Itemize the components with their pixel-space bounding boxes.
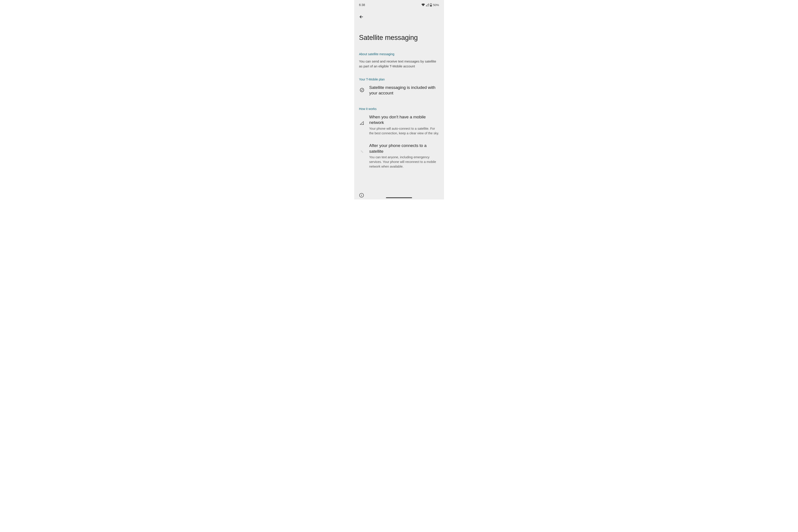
- bottom-bar: [354, 191, 444, 200]
- battery-percent: 50%: [433, 3, 439, 7]
- how-item-2: After your phone connects to a satellite…: [359, 142, 439, 169]
- about-body: You can send and receive text messages b…: [359, 59, 439, 69]
- section-label-how: How it works: [359, 107, 439, 111]
- status-bar: 6:38 50%: [354, 0, 444, 8]
- back-button[interactable]: [358, 14, 364, 20]
- battery-icon: [430, 3, 432, 7]
- no-signal-icon: [360, 121, 364, 126]
- svg-point-9: [361, 194, 362, 195]
- check-circle-icon: [360, 88, 364, 93]
- cell-signal-icon: [426, 3, 429, 6]
- page-title: Satellite messaging: [354, 20, 444, 47]
- how-item-desc: Your phone will auto-connect to a satell…: [369, 126, 439, 136]
- svg-rect-1: [431, 5, 432, 6]
- section-label-plan: Your T-Mobile plan: [359, 78, 439, 81]
- how-item-desc: You can text anyone, including emergency…: [369, 155, 439, 169]
- status-indicators: 50%: [421, 3, 439, 7]
- section-label-about: About satellite messaging: [359, 52, 439, 56]
- section-how: How it works When you don't have a mobil…: [354, 97, 444, 170]
- svg-rect-2: [431, 3, 431, 4]
- plan-item: Satellite messaging is included with you…: [359, 84, 439, 97]
- how-item-1: When you don't have a mobile network You…: [359, 114, 439, 136]
- status-time: 6:38: [359, 3, 365, 7]
- plan-item-title: Satellite messaging is included with you…: [369, 85, 439, 96]
- phone-screen: 6:38 50% Satellite messaging About satel…: [354, 0, 444, 200]
- section-about: About satellite messaging You can send a…: [354, 47, 444, 69]
- info-icon[interactable]: [359, 193, 364, 198]
- satellite-icon: [360, 149, 364, 155]
- arrow-left-icon: [359, 14, 364, 19]
- how-item-title: After your phone connects to a satellite: [369, 143, 439, 154]
- gesture-bar[interactable]: [386, 197, 412, 198]
- section-plan: Your T-Mobile plan Satellite messaging i…: [354, 69, 444, 97]
- app-bar: [354, 8, 444, 20]
- how-item-title: When you don't have a mobile network: [369, 114, 439, 126]
- wifi-icon: [421, 3, 425, 6]
